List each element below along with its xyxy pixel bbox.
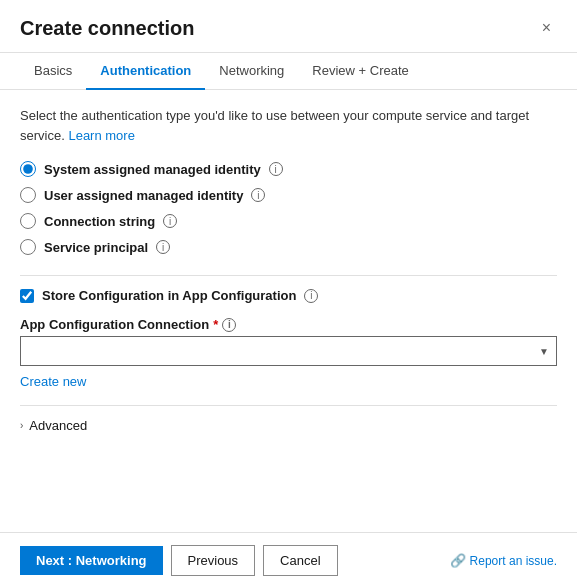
radio-connection-string[interactable] xyxy=(20,213,36,229)
dialog-footer: Next : Networking Previous Cancel 🔗 Repo… xyxy=(0,532,577,588)
tab-content: Select the authentication type you'd lik… xyxy=(0,90,577,532)
auth-type-radio-group: System assigned managed identity i User … xyxy=(20,161,557,255)
info-icon-user-assigned: i xyxy=(251,188,265,202)
radio-item-user-assigned[interactable]: User assigned managed identity i xyxy=(20,187,557,203)
learn-more-link[interactable]: Learn more xyxy=(68,128,134,143)
info-icon-store-config: i xyxy=(304,289,318,303)
tab-basics[interactable]: Basics xyxy=(20,53,86,90)
previous-button[interactable]: Previous xyxy=(171,545,256,576)
store-config-section: Store Configuration in App Configuration… xyxy=(20,288,557,303)
radio-label-user-assigned: User assigned managed identity xyxy=(44,188,243,203)
app-config-select[interactable] xyxy=(20,336,557,366)
report-issue-label: Report an issue. xyxy=(470,554,557,568)
store-config-checkbox[interactable] xyxy=(20,289,34,303)
create-new-link[interactable]: Create new xyxy=(20,374,557,389)
advanced-section: › Advanced xyxy=(20,405,557,433)
tab-authentication[interactable]: Authentication xyxy=(86,53,205,90)
info-icon-connection-string: i xyxy=(163,214,177,228)
radio-label-connection-string: Connection string xyxy=(44,214,155,229)
app-config-select-wrapper: ▼ xyxy=(20,336,557,366)
tab-bar: Basics Authentication Networking Review … xyxy=(0,53,577,90)
info-icon-system-assigned: i xyxy=(269,162,283,176)
report-icon: 🔗 xyxy=(450,553,466,568)
advanced-label: Advanced xyxy=(29,418,87,433)
next-button[interactable]: Next : Networking xyxy=(20,546,163,575)
chevron-right-icon: › xyxy=(20,420,23,431)
radio-label-system-assigned: System assigned managed identity xyxy=(44,162,261,177)
description-text: Select the authentication type you'd lik… xyxy=(20,106,557,145)
dialog-header: Create connection × xyxy=(0,0,577,53)
store-config-label: Store Configuration in App Configuration xyxy=(42,288,296,303)
radio-item-connection-string[interactable]: Connection string i xyxy=(20,213,557,229)
advanced-toggle-button[interactable]: › Advanced xyxy=(20,418,87,433)
app-config-field: App Configuration Connection * i ▼ xyxy=(20,317,557,366)
required-indicator: * xyxy=(213,317,218,332)
radio-item-service-principal[interactable]: Service principal i xyxy=(20,239,557,255)
radio-service-principal[interactable] xyxy=(20,239,36,255)
store-config-checkbox-item[interactable]: Store Configuration in App Configuration… xyxy=(20,288,557,303)
info-icon-service-principal: i xyxy=(156,240,170,254)
cancel-button[interactable]: Cancel xyxy=(263,545,337,576)
info-icon-app-config: i xyxy=(222,318,236,332)
radio-system-assigned[interactable] xyxy=(20,161,36,177)
divider xyxy=(20,275,557,276)
close-button[interactable]: × xyxy=(536,16,557,40)
app-config-label: App Configuration Connection * i xyxy=(20,317,557,332)
create-connection-dialog: Create connection × Basics Authenticatio… xyxy=(0,0,577,588)
radio-user-assigned[interactable] xyxy=(20,187,36,203)
tab-review-create[interactable]: Review + Create xyxy=(298,53,422,90)
tab-networking[interactable]: Networking xyxy=(205,53,298,90)
report-issue-link[interactable]: 🔗 Report an issue. xyxy=(450,553,557,568)
radio-label-service-principal: Service principal xyxy=(44,240,148,255)
radio-item-system-assigned[interactable]: System assigned managed identity i xyxy=(20,161,557,177)
dialog-title: Create connection xyxy=(20,17,194,40)
